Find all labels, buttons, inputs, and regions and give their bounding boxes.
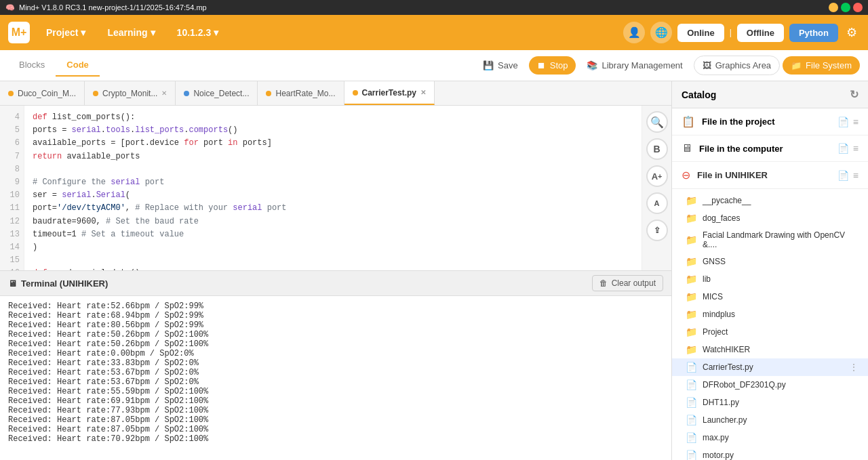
close-carrier-icon[interactable]: ✕	[420, 89, 426, 96]
tab-code[interactable]: Code	[56, 54, 100, 77]
catalog-folder[interactable]: 📁WatchHIKER	[672, 341, 868, 358]
file-unihiker-menu-icon[interactable]: ≡	[853, 170, 859, 181]
file-tab-noice[interactable]: Noice_Detect...	[176, 81, 258, 105]
library-management-button[interactable]: 📚 Library Management	[578, 56, 690, 75]
catalog-file[interactable]: 📄DHT11.py	[672, 394, 868, 411]
stop-button[interactable]: ⏹ Stop	[529, 56, 576, 75]
file-in-unihiker-section[interactable]: ⊖ File in UNIHIKER 📄 ≡	[672, 162, 868, 189]
code-line: return available_ports	[33, 150, 633, 163]
graphics-area-button[interactable]: 🖼 Graphics Area	[694, 56, 780, 75]
search-button[interactable]: 🔍	[646, 111, 668, 133]
catalog-folder[interactable]: 📁GNSS	[672, 253, 868, 270]
online-button[interactable]: Online	[677, 24, 724, 42]
tab-dot-noice	[184, 91, 189, 96]
save-button[interactable]: 💾 Save	[475, 56, 526, 75]
catalog-item-label: max.py	[703, 433, 859, 442]
catalog-folder[interactable]: 📁lib	[672, 270, 868, 288]
code-line: ser = serial.Serial(	[33, 189, 633, 202]
code-editor[interactable]: def list_com_ports(): ports = serial.too…	[24, 106, 642, 270]
catalog-header: Catalog ↻	[672, 81, 868, 108]
file-tab-duco[interactable]: Duco_Coin_M...	[0, 81, 85, 105]
catalog-file[interactable]: 📄Launcher.py	[672, 411, 868, 429]
version-label: 10.1.2.3	[177, 27, 212, 38]
code-line	[33, 254, 633, 267]
catalog-folder[interactable]: 📁mindplus	[672, 306, 868, 323]
catalog-folder[interactable]: 📁Project	[672, 323, 868, 341]
catalog-item-label: CarrierTest.py	[703, 362, 844, 372]
catalog-folder[interactable]: 📁MICS	[672, 288, 868, 306]
maximize-button[interactable]	[841, 3, 850, 12]
user-avatar-icon[interactable]: 👤	[623, 22, 645, 43]
clear-output-button[interactable]: 🗑 Clear output	[592, 275, 663, 291]
catalog-refresh-button[interactable]: ↻	[850, 88, 859, 101]
library-label: Library Management	[601, 60, 682, 70]
code-sidebar: 🔍 B A+ A ⇪	[642, 106, 671, 270]
file-tab-crypto[interactable]: Crypto_Monit... ✕	[85, 81, 176, 105]
file-tab-heartrate[interactable]: HeartRate_Mo...	[258, 81, 344, 105]
close-button[interactable]	[853, 3, 863, 12]
code-line	[33, 163, 633, 176]
file-tab-carriertest[interactable]: CarrierTest.py ✕	[344, 81, 435, 105]
file-project-menu-icon[interactable]: ≡	[853, 117, 859, 127]
catalog-file[interactable]: 📄DFRobot_DF2301Q.py	[672, 376, 868, 394]
tab-label-noice: Noice_Detect...	[193, 89, 249, 98]
stop-icon: ⏹	[537, 60, 546, 70]
version-menu[interactable]: 10.1.2.3 ▾	[172, 24, 224, 41]
catalog-file[interactable]: 📄max.py	[672, 429, 868, 446]
font-increase-button[interactable]: A+	[646, 165, 668, 187]
file-computer-menu-icon[interactable]: ≡	[853, 143, 859, 154]
python-button[interactable]: Python	[789, 24, 838, 42]
project-label: Project	[46, 27, 78, 38]
item-context-menu-icon[interactable]: ⋮	[849, 362, 859, 373]
mode-separator: |	[730, 28, 732, 37]
file-unihiker-add-icon[interactable]: 📄	[837, 170, 849, 181]
learning-menu[interactable]: Learning ▾	[102, 24, 160, 41]
folder-icon: 📁	[686, 234, 697, 245]
terminal-line: Received: Heart rate:77.93bpm / SpO2:100…	[8, 406, 663, 415]
line-numbers: 456789101112131415161718	[0, 106, 24, 270]
catalog-folder[interactable]: 📁__pycache__	[672, 192, 868, 209]
tab-blocks[interactable]: Blocks	[8, 54, 56, 77]
filesystem-button[interactable]: 📁 File System	[783, 56, 860, 75]
terminal-line: Received: Heart rate:53.67bpm / SpO2:0%	[8, 377, 663, 387]
catalog-folder[interactable]: 📁dog_faces	[672, 209, 868, 227]
folder-icon: 📁	[686, 309, 697, 320]
catalog-folder[interactable]: 📁Facial Landmark Drawing with OpenCV &..…	[672, 227, 868, 253]
library-icon: 📚	[587, 60, 597, 70]
terminal-line: Received: Heart rate:87.05bpm / SpO2:100…	[8, 415, 663, 425]
learning-label: Learning	[107, 27, 147, 38]
file-project-add-icon[interactable]: 📄	[837, 117, 849, 127]
folder-icon: 📁	[686, 344, 697, 355]
file-tabs: Duco_Coin_M... Crypto_Monit... ✕ Noice_D…	[0, 81, 671, 106]
catalog-item-label: DHT11.py	[703, 398, 859, 407]
terminal-line: Received: Heart rate:50.26bpm / SpO2:100…	[8, 339, 663, 349]
font-decrease-button[interactable]: A	[646, 192, 668, 214]
collapse-button[interactable]: ⇪	[646, 219, 668, 241]
file-in-computer-section[interactable]: 🖥 File in the computer 📄 ≡	[672, 135, 868, 162]
bold-button[interactable]: B	[646, 138, 668, 160]
clear-label: Clear output	[612, 278, 656, 288]
catalog-file[interactable]: 📄CarrierTest.py⋮	[672, 358, 868, 376]
tab-label-heartrate: HeartRate_Mo...	[275, 89, 335, 98]
network-icon[interactable]: 🌐	[650, 22, 672, 43]
file-icon: 📄	[686, 362, 697, 373]
project-menu[interactable]: Project ▾	[41, 24, 91, 41]
logo-area: M+	[8, 22, 30, 43]
file-computer-icon: 🖥	[682, 142, 692, 154]
clear-icon: 🗑	[599, 278, 608, 288]
settings-button[interactable]: ⚙	[844, 22, 860, 43]
offline-button[interactable]: Offline	[737, 24, 784, 42]
catalog-file[interactable]: 📄motor.py	[672, 446, 868, 460]
menubar: M+ Project ▾ Learning ▾ 10.1.2.3 ▾ 👤 🌐 O…	[0, 15, 868, 50]
file-computer-add-icon[interactable]: 📄	[837, 143, 849, 154]
tab-label-duco: Duco_Coin_M...	[18, 89, 76, 98]
code-line: # Configure the serial port	[33, 176, 633, 189]
close-crypto-icon[interactable]: ✕	[161, 89, 167, 97]
save-icon: 💾	[483, 60, 494, 70]
graphics-icon: 🖼	[703, 60, 711, 70]
version-chevron-icon: ▾	[214, 27, 218, 38]
file-computer-label: File in the computer	[699, 144, 831, 154]
minimize-button[interactable]	[829, 3, 838, 12]
file-unihiker-label: File in UNIHIKER	[697, 170, 831, 180]
file-in-project-section[interactable]: 📋 File in the project 📄 ≡	[672, 108, 868, 135]
